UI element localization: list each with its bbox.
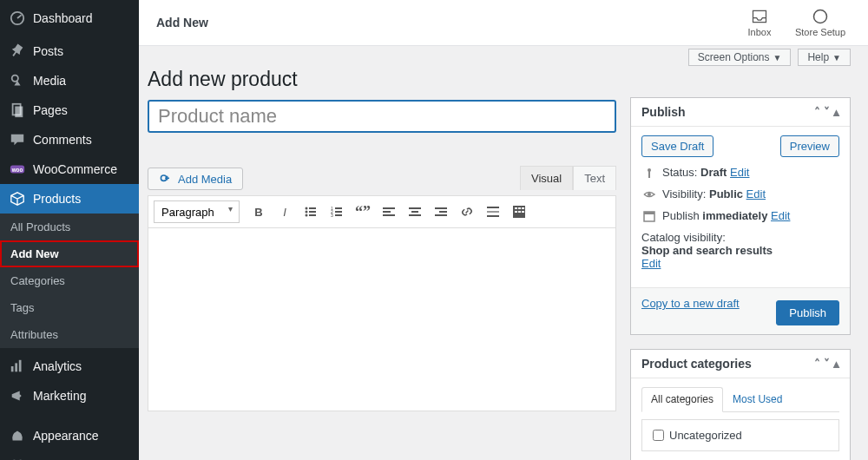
products-icon	[9, 190, 26, 207]
help-label: Help	[807, 51, 829, 63]
add-media-button[interactable]: Add Media	[148, 168, 243, 190]
sidebar-sub-attributes[interactable]: Attributes	[0, 321, 139, 348]
save-draft-button[interactable]: Save Draft	[641, 135, 713, 157]
sidebar-item-appearance[interactable]: Appearance	[0, 421, 139, 450]
svg-rect-26	[409, 207, 421, 209]
screen-options-button[interactable]: Screen Options ▼	[688, 49, 792, 66]
visibility-edit-link[interactable]: Edit	[746, 187, 766, 200]
svg-rect-16	[309, 214, 316, 216]
visibility-icon	[641, 188, 657, 200]
svg-rect-22	[335, 214, 342, 216]
insert-more-button[interactable]	[481, 200, 505, 224]
tab-text[interactable]: Text	[573, 166, 616, 190]
store-setup-label: Store Setup	[795, 27, 845, 37]
sidebar-item-pages[interactable]: Pages	[0, 95, 139, 125]
inbox-button[interactable]: Inbox	[729, 8, 790, 37]
move-up-icon[interactable]: ˄	[814, 105, 820, 119]
sidebar-item-plugins[interactable]: Plugins	[0, 450, 139, 460]
category-item[interactable]: Uncategorized	[649, 427, 832, 444]
page-heading: Add new product	[148, 68, 616, 91]
categories-title: Product categories	[641, 357, 752, 371]
svg-rect-7	[15, 363, 17, 371]
sidebar-item-products[interactable]: Products	[0, 184, 139, 214]
publish-button[interactable]: Publish	[776, 300, 839, 325]
sidebar-label: Media	[33, 74, 66, 88]
sidebar-item-analytics[interactable]: Analytics	[0, 352, 139, 381]
align-right-button[interactable]	[429, 200, 453, 224]
preview-button[interactable]: Preview	[780, 135, 839, 157]
category-checkbox[interactable]	[653, 430, 664, 441]
svg-rect-41	[522, 211, 524, 213]
svg-text:woo: woo	[11, 167, 23, 173]
align-left-button[interactable]	[377, 200, 401, 224]
sidebar-sub-tags[interactable]: Tags	[0, 294, 139, 321]
active-arrow-icon	[139, 192, 146, 206]
toggle-panel-icon[interactable]: ▴	[833, 357, 839, 371]
chevron-down-icon: ▼	[773, 53, 782, 62]
publish-metabox: Publish ˄ ˅ ▴ Save Draft Preview Status:…	[630, 97, 851, 335]
sidebar-label: Appearance	[33, 429, 99, 443]
move-down-icon[interactable]: ˅	[824, 105, 830, 119]
svg-rect-20	[335, 211, 342, 213]
status-edit-link[interactable]: Edit	[730, 166, 749, 179]
svg-rect-24	[383, 211, 391, 213]
numbered-list-button[interactable]: 123	[325, 200, 349, 224]
sidebar-item-marketing[interactable]: Marketing	[0, 381, 139, 411]
sidebar-label: Marketing	[33, 389, 86, 403]
copy-to-new-draft-link[interactable]: Copy to a new draft	[641, 297, 740, 310]
product-categories-metabox: Product categories ˄ ˅ ▴ All categories …	[630, 349, 851, 460]
blockquote-button[interactable]: “”	[351, 200, 375, 224]
tab-visual[interactable]: Visual	[520, 166, 573, 190]
svg-rect-34	[487, 215, 499, 217]
svg-rect-12	[309, 207, 316, 209]
svg-point-44	[648, 193, 651, 196]
svg-rect-39	[515, 211, 517, 213]
sidebar-item-comments[interactable]: Comments	[0, 125, 139, 154]
sidebar-item-media[interactable]: Media	[0, 66, 139, 95]
svg-rect-46	[644, 212, 654, 214]
move-up-icon[interactable]: ˄	[814, 357, 820, 371]
sidebar-item-posts[interactable]: Posts	[0, 36, 139, 66]
tab-all-categories[interactable]: All categories	[641, 387, 723, 412]
page-title-top: Add New	[156, 16, 208, 30]
marketing-icon	[9, 387, 26, 404]
store-setup-button[interactable]: Store Setup	[790, 8, 851, 37]
publish-edit-link[interactable]: Edit	[771, 209, 790, 222]
editor-toolbar: Paragraph B I 123 “”	[148, 195, 616, 228]
svg-rect-31	[435, 214, 447, 216]
svg-rect-38	[522, 207, 524, 209]
italic-button[interactable]: I	[273, 200, 297, 224]
sidebar-sub-categories[interactable]: Categories	[0, 267, 139, 294]
sidebar-label: Dashboard	[33, 11, 93, 25]
sidebar-label: WooCommerce	[33, 162, 117, 176]
bold-button[interactable]: B	[247, 200, 271, 224]
svg-rect-23	[383, 207, 395, 209]
publish-value: immediately	[702, 209, 767, 222]
publish-title: Publish	[641, 105, 686, 119]
catalog-edit-link[interactable]: Edit	[641, 257, 661, 270]
toggle-panel-icon[interactable]: ▴	[833, 105, 839, 119]
move-down-icon[interactable]: ˅	[824, 357, 830, 371]
sidebar-item-dashboard[interactable]: Dashboard	[0, 0, 139, 36]
store-setup-icon	[812, 8, 829, 25]
editor-content[interactable]	[148, 228, 616, 411]
align-center-button[interactable]	[403, 200, 427, 224]
toolbar-toggle-button[interactable]	[507, 200, 531, 224]
sidebar-sub-add-new[interactable]: Add New	[0, 240, 139, 267]
tab-most-used[interactable]: Most Used	[723, 387, 792, 411]
add-media-label: Add Media	[178, 173, 232, 186]
category-label: Uncategorized	[669, 429, 742, 442]
analytics-icon	[9, 358, 26, 375]
bullet-list-button[interactable]	[299, 200, 323, 224]
catalog-value: Shop and search results	[641, 244, 773, 257]
visibility-value: Public	[709, 187, 743, 200]
link-button[interactable]	[455, 200, 479, 224]
publish-label: Publish	[662, 209, 700, 222]
sidebar-sub-all-products[interactable]: All Products	[0, 214, 139, 240]
svg-rect-28	[409, 214, 421, 216]
help-button[interactable]: Help ▼	[798, 49, 851, 66]
paragraph-select[interactable]: Paragraph	[154, 200, 240, 223]
sidebar-item-woocommerce[interactable]: woo WooCommerce	[0, 154, 139, 184]
svg-rect-33	[487, 211, 499, 213]
product-name-input[interactable]	[148, 100, 616, 133]
